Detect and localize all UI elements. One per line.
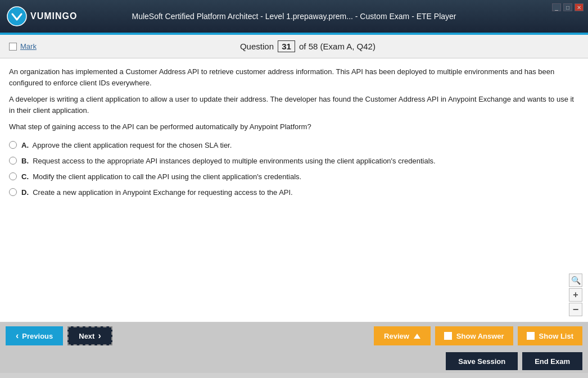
options-list: A. Approve the client application reques…: [9, 140, 579, 198]
option-a[interactable]: A. Approve the client application reques…: [9, 140, 579, 151]
vumingo-logo: [7, 6, 27, 26]
end-exam-label: End Exam: [535, 357, 570, 366]
window-controls[interactable]: _ □ ✕: [552, 3, 584, 11]
next-label: Next: [79, 332, 94, 340]
minimize-button[interactable]: _: [552, 3, 561, 11]
triangle-up-icon: [414, 334, 420, 339]
maximize-button[interactable]: □: [563, 3, 572, 11]
show-list-button[interactable]: Show List: [518, 326, 582, 345]
review-label: Review: [384, 332, 409, 340]
paragraph-1: An organization has implemented a Custom…: [9, 66, 579, 88]
search-button[interactable]: 🔍: [569, 274, 582, 287]
option-c-text: C. Modify the client application to call…: [21, 172, 301, 182]
next-button[interactable]: Next: [67, 326, 112, 345]
option-d-text: D. Create a new application in Anypoint …: [21, 188, 293, 198]
chevron-right-icon: [98, 331, 101, 341]
option-c-radio[interactable]: [9, 172, 17, 180]
question-number: 31: [278, 40, 295, 52]
zoom-in-button[interactable]: +: [569, 288, 582, 302]
option-b[interactable]: B. Request access to the appropriate API…: [9, 156, 579, 166]
save-session-button[interactable]: Save Session: [446, 352, 518, 370]
brand-name: VUMINGO: [30, 11, 77, 21]
option-d-radio[interactable]: [9, 188, 17, 196]
option-b-radio[interactable]: [9, 157, 17, 165]
zoom-tools: 🔍 + −: [569, 274, 582, 316]
show-list-icon: [527, 332, 535, 340]
app-title: MuleSoft Certified Platform Architect - …: [132, 12, 456, 21]
show-list-label: Show List: [539, 332, 573, 340]
content-area: An organization has implemented a Custom…: [0, 58, 588, 322]
logo-area: VUMINGO: [7, 6, 77, 26]
zoom-out-button[interactable]: −: [569, 303, 582, 316]
question-info: Question 31 of 58 (Exam A, Q42): [37, 40, 579, 52]
option-c[interactable]: C. Modify the client application to call…: [9, 172, 579, 182]
option-a-text: A. Approve the client application reques…: [21, 140, 232, 151]
option-d[interactable]: D. Create a new application in Anypoint …: [9, 188, 579, 198]
save-end-row: Save Session End Exam: [0, 349, 588, 373]
previous-button[interactable]: Previous: [6, 326, 63, 345]
show-answer-label: Show Answer: [456, 332, 504, 340]
svg-point-0: [7, 7, 26, 26]
bottom-toolbar: Previous Next Review Show Answer Show Li…: [0, 322, 588, 349]
paragraph-2: A developer is writing a client applicat…: [9, 94, 579, 116]
question-label: Question: [240, 42, 274, 51]
option-b-text: B. Request access to the appropriate API…: [21, 156, 436, 166]
mark-area[interactable]: Mark: [9, 42, 37, 51]
question-prompt: What step of gaining access to the API c…: [9, 121, 579, 133]
review-button[interactable]: Review: [374, 326, 431, 345]
close-button[interactable]: ✕: [575, 3, 584, 11]
save-session-label: Save Session: [458, 357, 505, 366]
chevron-left-icon: [16, 331, 19, 341]
end-exam-button[interactable]: End Exam: [522, 352, 582, 370]
show-answer-icon: [444, 332, 452, 340]
mark-checkbox[interactable]: [9, 43, 17, 51]
option-a-radio[interactable]: [9, 141, 17, 149]
title-bar: VUMINGO MuleSoft Certified Platform Arch…: [0, 0, 588, 33]
mark-label: Mark: [20, 42, 37, 51]
previous-label: Previous: [22, 332, 53, 340]
question-total: of 58 (Exam A, Q42): [299, 42, 376, 51]
show-answer-button[interactable]: Show Answer: [435, 326, 513, 345]
header-row: Mark Question 31 of 58 (Exam A, Q42): [0, 35, 588, 58]
